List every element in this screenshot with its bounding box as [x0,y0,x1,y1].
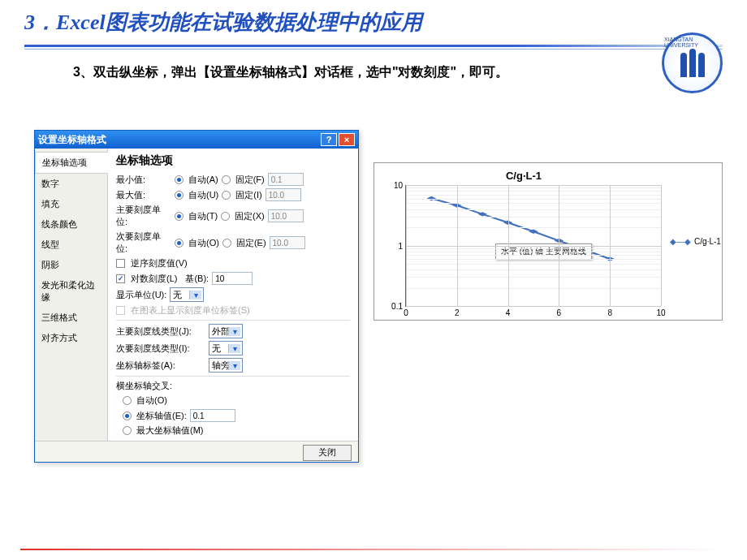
reverse-label: 逆序刻度值(V) [131,257,188,269]
log-label: 对数刻度(L) [131,273,177,285]
sidebar-item-line-style[interactable]: 线型 [35,235,107,255]
x-tick-label: 0 [404,308,408,317]
chart-plot-area[interactable]: 水平 (值) 轴 主要网格线 0.11100246810 [405,185,661,307]
x-tick-label: 6 [557,308,562,317]
show-unit-label: 在图表上显示刻度单位标签(S) [131,304,250,317]
major-label: 主要刻度单位: [116,204,171,228]
sidebar-item-axis-options[interactable]: 坐标轴选项 [35,152,108,174]
sidebar-item-number[interactable]: 数字 [35,174,107,194]
minor-value-input[interactable]: 10.0 [270,236,305,249]
dialog-title: 设置坐标轴格式 [38,133,319,147]
close-icon[interactable]: × [339,133,355,146]
display-unit-label: 显示单位(U): [116,289,166,301]
axis-format-dialog: 设置坐标轴格式 ? × 坐标轴选项 数字 填充 线条颜色 线型 阴影 发光和柔化… [34,130,359,463]
x-tick-label: 10 [656,308,665,317]
svg-rect-2 [477,212,487,216]
sidebar-item-line-color[interactable]: 线条颜色 [35,214,107,235]
axis-labels-dropdown[interactable]: 轴旁 [209,358,243,373]
sidebar-item-glow[interactable]: 发光和柔化边缘 [35,275,107,308]
footer-line [20,549,727,550]
crosses-title: 横坐标轴交叉: [116,380,350,392]
dialog-sidebar: 坐标轴选项 数字 填充 线条颜色 线型 阴影 发光和柔化边缘 三维格式 对齐方式 [35,149,108,441]
sidebar-item-fill[interactable]: 填充 [35,194,107,214]
max-label: 最大值: [116,189,171,201]
y-tick-label: 10 [394,181,403,190]
display-unit-dropdown[interactable]: 无 [170,287,204,302]
legend-marker-icon: ◆—◆ [670,237,691,246]
major-fixed-radio[interactable] [221,212,230,221]
y-tick-label: 0.1 [391,302,403,311]
dialog-titlebar[interactable]: 设置坐标轴格式 ? × [35,131,358,149]
minor-fixed-radio[interactable] [222,239,231,248]
crosses-auto-radio[interactable] [123,396,132,405]
chart-container: C/g·L-1 水平 (值) 轴 主要网格线 0.11100246810 ◆—◆… [374,162,723,321]
sidebar-item-shadow[interactable]: 阴影 [35,255,107,275]
major-value-input[interactable]: 10.0 [268,209,304,222]
minor-label: 次要刻度单位: [116,230,171,255]
y-tick-label: 1 [398,241,403,250]
x-tick-label: 2 [455,308,460,317]
crosses-max-radio[interactable] [123,426,132,435]
slide-title: 3．Excel图表功能在试验数据处理中的应用 [24,8,723,37]
show-unit-checkbox [116,306,125,315]
dialog-close-button[interactable]: 关闭 [303,445,352,461]
log-base-input[interactable]: 10 [212,272,253,285]
chart-legend[interactable]: ◆—◆ C/g·L-1 [669,163,722,320]
legend-label: C/g·L-1 [694,237,721,246]
tick-minor-label: 次要刻度线类型(I): [116,342,205,355]
axis-options-panel: 坐标轴选项 最小值: 自动(A) 固定(F) 0.1 最大值: 自动(U) 固定… [108,149,358,441]
university-logo: XIANGTAN UNIVERSITY [662,32,723,93]
log-checkbox[interactable] [116,274,125,283]
crosses-value-radio[interactable] [123,411,132,420]
reverse-checkbox[interactable] [116,259,125,268]
max-fixed-radio[interactable] [222,191,231,200]
max-auto-radio[interactable] [175,191,184,200]
help-button[interactable]: ? [321,133,337,146]
panel-title: 坐标轴选项 [116,153,350,168]
tick-minor-dropdown[interactable]: 无 [209,341,243,355]
major-auto-radio[interactable] [175,212,184,221]
chart-title: C/g·L-1 [382,170,665,182]
crosses-value-input[interactable]: 0.1 [190,409,235,422]
sidebar-item-alignment[interactable]: 对齐方式 [35,328,107,348]
axis-labels-label: 坐标轴标签(A): [116,360,205,372]
sidebar-item-3d[interactable]: 三维格式 [35,308,107,328]
tick-major-label: 主要刻度线类型(J): [116,325,205,338]
min-label: 最小值: [116,174,171,186]
min-value-input[interactable]: 0.1 [268,173,304,186]
min-fixed-radio[interactable] [222,175,231,184]
instruction-text: 3、双击纵坐标，弹出【设置坐标轴格式】对话框，选中"对数刻度"，即可。 [0,50,747,91]
max-value-input[interactable]: 10.0 [266,188,301,201]
log-base-label: 基(B): [185,273,209,285]
tick-major-dropdown[interactable]: 外部 [209,324,243,338]
min-auto-radio[interactable] [175,175,184,184]
x-tick-label: 4 [506,308,511,317]
svg-rect-4 [529,230,538,234]
header-line-1 [24,45,723,47]
x-tick-label: 8 [607,308,612,317]
minor-auto-radio[interactable] [175,239,184,248]
